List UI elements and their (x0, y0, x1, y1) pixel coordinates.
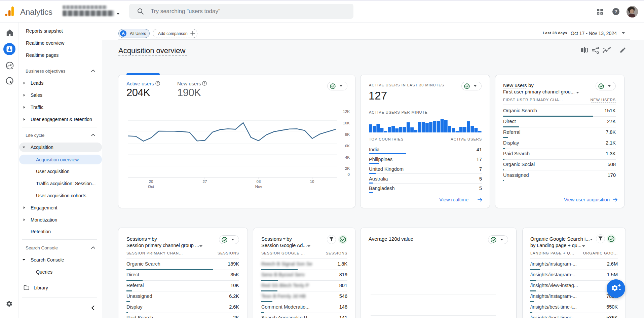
svg-text:?: ? (203, 82, 205, 85)
svg-text:?: ? (157, 82, 158, 85)
